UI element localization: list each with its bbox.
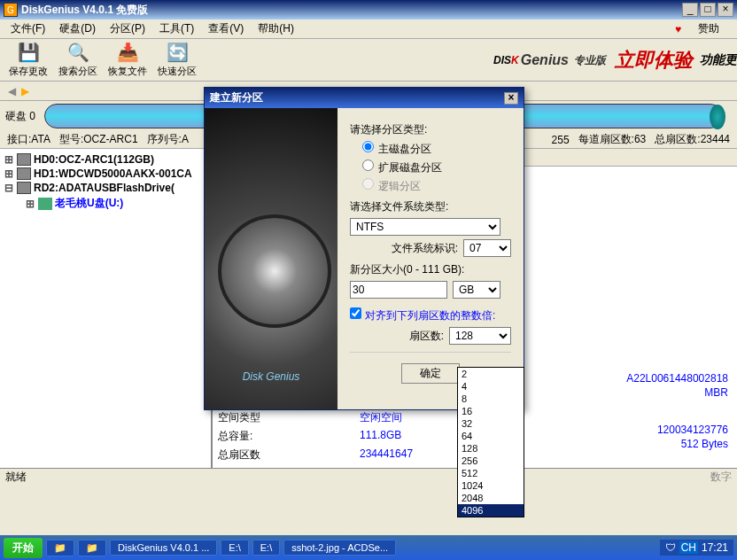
maximize-button[interactable]: □ <box>700 3 716 17</box>
heart-icon: ♥ <box>668 21 688 37</box>
dropdown-option[interactable]: 4096 <box>458 504 524 517</box>
dialog-form: 请选择分区类型: 主磁盘分区 扩展磁盘分区 逻辑分区 请选择文件系统类型: NT… <box>337 108 524 409</box>
dropdown-option[interactable]: 2048 <box>458 492 524 504</box>
dropdown-option[interactable]: 2 <box>458 368 524 380</box>
dialog-title: 建立新分区 <box>210 90 263 105</box>
menu-file[interactable]: 文件(F) <box>4 19 52 38</box>
close-button[interactable]: × <box>718 3 733 17</box>
menu-view[interactable]: 查看(V) <box>201 19 251 38</box>
partition-type-label: 请选择分区类型: <box>350 122 511 137</box>
radio-extended[interactable]: 扩展磁盘分区 <box>362 159 511 175</box>
menu-tools[interactable]: 工具(T) <box>152 19 201 38</box>
app-icon: G <box>4 3 18 17</box>
tree-hd1[interactable]: ⊞HD1:WDCWD5000AAKX-001CA <box>4 167 207 181</box>
fs-id-select[interactable]: 07 <box>463 239 511 257</box>
tree-rd2[interactable]: ⊟RD2:ADATAUSBFlashDrive( <box>4 181 207 195</box>
sectors-label: 扇区数: <box>409 329 444 344</box>
radio-primary[interactable]: 主磁盘分区 <box>362 141 511 157</box>
taskbar-item-e1[interactable]: E:\ <box>221 540 248 556</box>
menu-disk[interactable]: 硬盘(D) <box>52 19 103 38</box>
taskbar: 开始 📁 📁 DiskGenius V4.0.1 ... E:\ E:\ ssh… <box>0 535 737 560</box>
detail-mbr: MBR <box>533 386 728 399</box>
disk-icon <box>17 153 31 166</box>
taskbar-item-1[interactable]: 📁 <box>46 540 74 556</box>
toolbar: 💾保存更改 🔍搜索分区 📥恢复文件 🔄快速分区 DISK Genius 专业版 … <box>0 39 737 82</box>
info-spt: 每道扇区数:63 <box>578 132 647 147</box>
recover-icon: 📥 <box>115 42 140 63</box>
brand-logo: DISK Genius 专业版 立即体验 功能更 <box>493 39 737 82</box>
toolbar-quick-partition[interactable]: 🔄快速分区 <box>152 40 202 80</box>
expand-icon[interactable]: ⊞ <box>25 198 35 210</box>
taskbar-item-e2[interactable]: E:\ <box>252 540 280 556</box>
sectors-dropdown-list[interactable]: 248163264128256512102420484096 <box>457 367 524 517</box>
system-tray[interactable]: 🛡 CH 17:21 <box>660 540 733 556</box>
info-model: 型号:OCZ-ARC1 <box>59 132 138 147</box>
dialog-titlebar: 建立新分区 × <box>205 88 524 108</box>
expand-icon[interactable]: ⊞ <box>4 167 14 180</box>
status-text: 就绪 <box>5 470 27 485</box>
dropdown-option[interactable]: 1024 <box>458 479 524 492</box>
detail-serial: A22L0061448002818 <box>533 372 728 385</box>
align-checkbox[interactable] <box>350 307 361 319</box>
align-checkbox-row[interactable]: 对齐到下列扇区数的整数倍: <box>350 307 511 323</box>
dropdown-option[interactable]: 32 <box>458 417 524 430</box>
dropdown-option[interactable]: 8 <box>458 393 524 405</box>
quick-partition-icon: 🔄 <box>165 42 190 63</box>
menu-partition[interactable]: 分区(P) <box>103 19 152 38</box>
fs-type-select[interactable]: NTFS <box>350 218 500 236</box>
disk-icon <box>17 182 31 194</box>
info-interface: 接口:ATA <box>7 132 50 147</box>
toolbar-recover[interactable]: 📥恢复文件 <box>103 40 152 80</box>
usb-icon <box>38 198 52 210</box>
tree-hd0[interactable]: ⊞HD0:OCZ-ARC1(112GB) <box>4 152 207 167</box>
disk-icon <box>17 167 31 180</box>
status-bar: 就绪 数字 <box>0 468 737 486</box>
dialog-close-button[interactable]: × <box>504 92 518 105</box>
dropdown-option[interactable]: 256 <box>458 455 524 467</box>
disk-label: 硬盘 0 <box>5 109 35 124</box>
size-input[interactable] <box>350 281 447 299</box>
size-unit-select[interactable]: GB <box>453 281 500 299</box>
dropdown-option[interactable]: 128 <box>458 442 524 455</box>
tree-usb-drive[interactable]: ⊞老毛桃U盘(U:) <box>4 195 207 212</box>
expand-icon[interactable]: ⊞ <box>4 153 14 166</box>
collapse-icon[interactable]: ⊟ <box>4 182 14 194</box>
taskbar-item-2[interactable]: 📁 <box>78 540 106 556</box>
status-right: 数字 <box>710 470 732 485</box>
window-titlebar: G DiskGenius V4.0.1 免费版 _ □ × <box>0 0 737 19</box>
sponsor-link[interactable]: ♥赞助 <box>661 18 733 40</box>
sectors-select[interactable]: 128 <box>449 327 511 345</box>
menu-help[interactable]: 帮助(H) <box>251 19 301 38</box>
fs-type-label: 请选择文件系统类型: <box>350 199 511 214</box>
new-partition-dialog: 建立新分区 × Disk Genius 请选择分区类型: 主磁盘分区 扩展磁盘分… <box>204 87 524 410</box>
toolbar-search[interactable]: 🔍搜索分区 <box>53 40 103 80</box>
fs-id-label: 文件系统标识: <box>392 241 458 256</box>
info-cyl: 255 <box>552 134 570 146</box>
dropdown-option[interactable]: 4 <box>458 380 524 393</box>
dialog-image: Disk Genius <box>205 108 337 409</box>
info-serial: 序列号:A <box>147 132 189 147</box>
start-button[interactable]: 开始 <box>4 538 43 558</box>
disk-tree: ⊞HD0:OCZ-ARC1(112GB) ⊞HD1:WDCWD5000AAKX-… <box>0 149 213 468</box>
ok-button[interactable]: 确定 <box>401 363 460 384</box>
dropdown-option[interactable]: 512 <box>458 467 524 479</box>
tray-clock: 17:21 <box>702 541 728 554</box>
tray-icon-ime[interactable]: CH <box>679 541 698 554</box>
size-label: 新分区大小(0 - 111 GB): <box>350 262 511 277</box>
dropdown-option[interactable]: 64 <box>458 430 524 442</box>
nav-fwd-icon[interactable]: ▶ <box>21 85 29 97</box>
toolbar-save[interactable]: 💾保存更改 <box>4 40 53 80</box>
save-icon: 💾 <box>16 42 41 63</box>
taskbar-item-diskgenius[interactable]: DiskGenius V4.0.1 ... <box>110 540 217 556</box>
tray-icon[interactable]: 🛡 <box>665 541 676 554</box>
nav-back-icon[interactable]: ◀ <box>8 85 16 97</box>
window-title: DiskGenius V4.0.1 免费版 <box>21 3 680 18</box>
info-total-sec: 总扇区数:23444 <box>655 132 730 147</box>
radio-logical: 逻辑分区 <box>362 178 511 194</box>
search-icon: 🔍 <box>66 42 90 63</box>
dropdown-option[interactable]: 16 <box>458 405 524 417</box>
taskbar-item-sshot[interactable]: sshot-2.jpg - ACDSe... <box>283 540 396 556</box>
minimize-button[interactable]: _ <box>682 3 698 17</box>
menubar: 文件(F) 硬盘(D) 分区(P) 工具(T) 查看(V) 帮助(H) ♥赞助 <box>0 19 737 39</box>
